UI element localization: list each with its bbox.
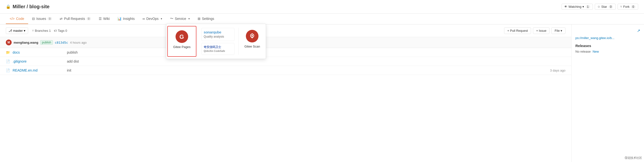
- service-icon: 〜: [170, 16, 173, 21]
- branch-fork-icon: ⑂: [32, 29, 34, 32]
- pull-request-button[interactable]: + Pull Request: [504, 28, 531, 34]
- releases-section: Releases No release New: [576, 44, 640, 53]
- site-url-link[interactable]: ps://miller_wang.gitee.io/b...: [576, 36, 614, 40]
- tab-pull-requests[interactable]: ⇄ Pull Requests 0: [56, 14, 95, 24]
- top-bar: 🔒 Miller / blog-site 👁 Watching ▾ 1 ☆ St…: [0, 0, 644, 14]
- gitee-scan-icon: [246, 30, 258, 42]
- svg-text:G: G: [180, 34, 184, 40]
- gitee-g-logo: G: [178, 33, 186, 40]
- table-row: 📁 docs publish: [0, 48, 571, 57]
- insights-icon: 📊: [117, 17, 122, 20]
- fork-count: 0: [631, 5, 636, 8]
- tab-settings-label: Settings: [202, 17, 214, 20]
- tab-insights-label: Insights: [123, 17, 134, 20]
- dropdown-icon: ▾: [582, 5, 584, 8]
- svg-point-3: [252, 35, 253, 36]
- tab-code[interactable]: </> Code: [6, 14, 28, 24]
- tab-devops-label: DevOps: [146, 17, 159, 20]
- tab-devops[interactable]: ∞ DevOps: [139, 14, 166, 24]
- nav-tabs: </> Code ⊟ Issues 0 ⇄ Pull Requests 0 ☰ …: [0, 14, 644, 24]
- file-toolbar: ⎇ master ▾ ⑂ Branches 1 🏷 Tags 0: [0, 24, 571, 37]
- tab-issues[interactable]: ⊟ Issues 0: [28, 14, 56, 24]
- branch-info: ⑂ Branches 1 🏷 Tags 0: [32, 29, 67, 32]
- commit-tag: publish: [40, 40, 53, 44]
- service-item-gitee-pages[interactable]: G Gitee Pages: [167, 26, 196, 57]
- file-button[interactable]: File ▾: [552, 28, 566, 34]
- tab-code-label: Code: [16, 17, 24, 20]
- tab-insights[interactable]: 📊 Insights: [114, 14, 138, 24]
- codesafe-panel: 奇安信码卫士QiAnXin CodeSafe: [202, 43, 234, 55]
- file-commit-msg: publish: [61, 50, 566, 54]
- fork-label: Fork: [623, 5, 630, 8]
- table-row: 📄 .gitignore add dist: [0, 57, 571, 66]
- table-row: 📄 README.en.md init 3 days ago: [0, 66, 571, 75]
- branch-label: master: [13, 29, 23, 32]
- repo-title: 🔒 Miller / blog-site: [6, 4, 50, 10]
- site-url: ps://miller_wang.gitee.io/b...: [576, 36, 640, 40]
- star-icon: ☆: [598, 5, 600, 8]
- settings-icon: ⊞: [198, 17, 200, 20]
- file-name[interactable]: .gitignore: [12, 60, 61, 63]
- branch-selector[interactable]: ⎇ master ▾: [6, 28, 28, 34]
- file-actions: + Pull Request + Issue File ▾: [504, 28, 566, 34]
- gitee-pages-icon: G: [176, 30, 188, 43]
- gitee-scan-label: Gitee Scan: [244, 44, 260, 49]
- tab-wiki-label: Wiki: [103, 17, 110, 20]
- sonarqube-logo: sonarqube: [204, 30, 224, 34]
- watching-button[interactable]: 👁 Watching ▾ 1: [562, 4, 592, 10]
- tab-wiki[interactable]: ☰ Wiki: [95, 14, 114, 24]
- file-dropdown-icon: ▾: [560, 29, 562, 32]
- tab-service[interactable]: 〜 Service G Gitee Pages: [166, 14, 194, 24]
- commit-time: 4 hours ago: [70, 41, 87, 44]
- file-name[interactable]: README.en.md: [12, 68, 61, 72]
- star-button[interactable]: ☆ Star 0: [595, 4, 616, 10]
- releases-info: No release New: [576, 50, 640, 53]
- fork-icon: ⑂: [620, 5, 622, 8]
- external-link-area: ↗: [576, 28, 640, 33]
- branch-icon: ⎇: [8, 29, 12, 32]
- pr-badge: 0: [86, 17, 91, 20]
- scan-logo: [249, 33, 256, 40]
- releases-title: Releases: [576, 44, 640, 48]
- content-area: ⎇ master ▾ ⑂ Branches 1 🏷 Tags 0: [0, 24, 644, 162]
- issues-badge: 0: [48, 17, 52, 20]
- eye-icon: 👁: [564, 5, 568, 8]
- community-badge-text: ⑨冠技术社区: [624, 156, 642, 160]
- issues-icon: ⊟: [32, 17, 35, 20]
- file-section: ⎇ master ▾ ⑂ Branches 1 🏷 Tags 0: [0, 24, 571, 162]
- commit-author: mengliang.wang: [14, 41, 38, 44]
- gitee-pages-label: Gitee Pages: [173, 45, 190, 49]
- watching-count: 1: [586, 5, 590, 8]
- fork-button[interactable]: ⑂ Fork 0: [618, 4, 638, 10]
- devops-icon: ∞: [142, 17, 145, 20]
- branches-info: ⑂ Branches 1: [32, 29, 51, 32]
- service-item-gitee-scan[interactable]: Gitee Scan: [240, 26, 265, 57]
- issue-button[interactable]: + Issue: [533, 28, 550, 34]
- file-time: 3 days ago: [550, 69, 566, 72]
- code-icon: </>: [10, 17, 14, 20]
- star-label: Star: [601, 5, 607, 8]
- file-commit-msg: add dist: [61, 60, 566, 63]
- avatar: M: [6, 40, 12, 45]
- file-icon: 📄: [6, 60, 11, 63]
- file-name[interactable]: docs: [12, 50, 61, 54]
- star-count: 0: [608, 5, 613, 8]
- folder-icon: 📁: [6, 50, 11, 54]
- sonarqube-description: Quality analysis: [204, 35, 224, 39]
- service-dropdown: G Gitee Pages sonarqube Quality analysis: [166, 24, 266, 59]
- external-link-icon[interactable]: ↗: [637, 28, 640, 33]
- commit-hash[interactable]: c813d5c: [55, 41, 68, 44]
- tags-info: 🏷 Tags 0: [54, 29, 67, 32]
- tab-settings[interactable]: ⊞ Settings: [194, 14, 218, 24]
- file-commit-msg: init: [61, 68, 550, 72]
- tab-service-label: Service: [175, 17, 186, 20]
- wiki-icon: ☰: [99, 17, 102, 20]
- commit-row: M mengliang.wang publish c813d5c 4 hours…: [0, 37, 571, 48]
- branch-dropdown-icon: ▾: [24, 29, 26, 32]
- releases-new-link[interactable]: New: [592, 50, 599, 53]
- community-badge: ⑨冠技术社区: [624, 156, 642, 160]
- lock-icon: 🔒: [6, 4, 11, 9]
- tab-issues-label: Issues: [36, 17, 46, 20]
- codesafe-logo: 奇安信码卫士QiAnXin CodeSafe: [204, 45, 225, 53]
- right-panel: ↗ ps://miller_wang.gitee.io/b... Release…: [571, 24, 644, 162]
